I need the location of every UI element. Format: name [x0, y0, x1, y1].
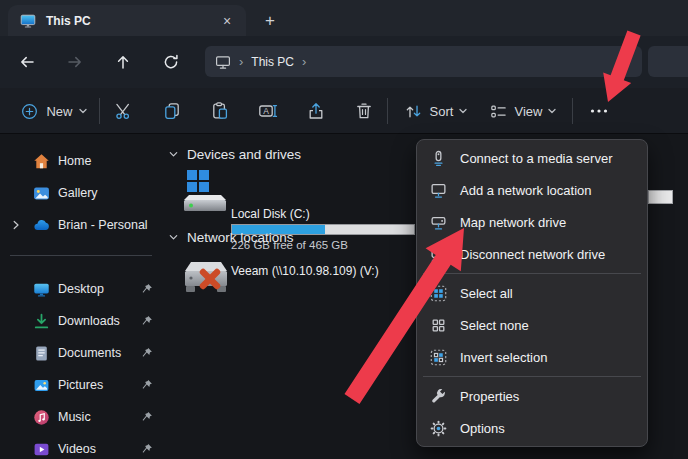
- forward-button[interactable]: [61, 48, 89, 76]
- documents-icon: [33, 345, 50, 362]
- trash-icon: [354, 101, 374, 121]
- tab-strip: This PC × +: [0, 0, 688, 36]
- partial-progress-bar: [648, 190, 673, 204]
- navigation-pane: Home Gallery Brian - Personal: [0, 134, 163, 459]
- new-tab-button[interactable]: +: [256, 7, 284, 35]
- chevron-down-icon: [78, 106, 88, 116]
- search-box[interactable]: [648, 46, 688, 77]
- desktop-icon: [33, 281, 50, 298]
- menu-item-select-none[interactable]: Select none: [417, 309, 647, 341]
- sidebar-item-pictures[interactable]: Pictures: [0, 369, 163, 401]
- disconnect-network-drive-icon: [430, 246, 447, 263]
- ellipsis-icon: [588, 101, 610, 121]
- media-server-icon: [430, 150, 447, 167]
- menu-item-label: Invert selection: [460, 350, 547, 365]
- svg-text:A: A: [263, 106, 269, 116]
- section-title: Network locations: [187, 230, 294, 245]
- refresh-icon: [162, 53, 180, 71]
- back-button[interactable]: [13, 48, 41, 76]
- onedrive-icon: [33, 217, 50, 234]
- menu-item-select-all[interactable]: Select all: [417, 277, 647, 309]
- command-toolbar: New: [0, 88, 688, 134]
- menu-separator: [423, 376, 641, 377]
- breadcrumb-chevron[interactable]: ›: [302, 54, 306, 69]
- menu-item-map-network-drive[interactable]: Map network drive: [417, 206, 647, 238]
- see-more-button[interactable]: [582, 94, 616, 128]
- menu-item-label: Connect to a media server: [460, 151, 612, 166]
- view-button[interactable]: View: [484, 94, 562, 128]
- sidebar-item-videos[interactable]: Videos: [0, 433, 163, 459]
- menu-separator: [423, 273, 641, 274]
- close-tab-icon[interactable]: ×: [216, 10, 238, 32]
- menu-item-add-network-location[interactable]: Add a network location: [417, 174, 647, 206]
- menu-item-label: Options: [460, 421, 505, 436]
- chevron-right-icon: [10, 219, 22, 231]
- menu-item-options[interactable]: Options: [417, 412, 647, 444]
- menu-item-label: Disconnect network drive: [460, 247, 605, 262]
- rename-icon: A: [258, 101, 278, 121]
- share-button[interactable]: [299, 94, 333, 128]
- cut-button[interactable]: [107, 94, 141, 128]
- pin-icon: [141, 411, 153, 423]
- rename-button[interactable]: A: [251, 94, 285, 128]
- tab-title: This PC: [46, 14, 216, 28]
- drive-name: Local Disk (C:): [231, 207, 310, 221]
- new-plus-icon: [20, 102, 39, 121]
- copy-icon: [162, 101, 182, 121]
- address-bar[interactable]: › This PC ›: [205, 46, 642, 77]
- sidebar-item-gallery[interactable]: Gallery: [0, 177, 163, 209]
- sidebar-item-onedrive-personal[interactable]: Brian - Personal: [0, 209, 163, 241]
- sidebar-item-label: Music: [58, 410, 91, 424]
- menu-item-connect-media-server[interactable]: Connect to a media server: [417, 142, 647, 174]
- sidebar-item-documents[interactable]: Documents: [0, 337, 163, 369]
- pin-icon: [141, 379, 153, 391]
- sidebar-item-music[interactable]: Music: [0, 401, 163, 433]
- menu-item-disconnect-network-drive[interactable]: Disconnect network drive: [417, 238, 647, 270]
- pin-icon: [141, 283, 153, 295]
- copy-button[interactable]: [155, 94, 189, 128]
- new-button[interactable]: New: [12, 94, 96, 128]
- network-drive-name: Veeam (\\10.10.98.109) (V:): [231, 264, 379, 278]
- paste-button[interactable]: [203, 94, 237, 128]
- network-drive-tile[interactable]: Veeam (\\10.10.98.109) (V:): [163, 252, 423, 304]
- sidebar-item-label: Downloads: [58, 314, 120, 328]
- breadcrumb-location[interactable]: This PC: [251, 55, 294, 69]
- cut-scissors-icon: [114, 101, 134, 121]
- local-disk-tile[interactable]: Local Disk (C:) 226 GB free of 465 GB: [163, 166, 423, 220]
- up-button[interactable]: [109, 48, 137, 76]
- map-network-drive-icon: [430, 214, 447, 231]
- section-devices-and-drives[interactable]: Devices and drives: [168, 147, 301, 162]
- sidebar-item-label: Brian - Personal: [58, 218, 148, 232]
- menu-item-properties[interactable]: Properties: [417, 380, 647, 412]
- select-all-icon: [430, 285, 447, 302]
- breadcrumb-monitor-icon: [215, 54, 231, 70]
- refresh-button[interactable]: [157, 48, 185, 76]
- share-icon: [306, 101, 326, 121]
- sidebar-item-label: Videos: [58, 442, 96, 456]
- sidebar-item-desktop[interactable]: Desktop: [0, 273, 163, 305]
- menu-item-invert-selection[interactable]: Invert selection: [417, 341, 647, 373]
- sidebar-item-label: Documents: [58, 346, 121, 360]
- pin-icon: [141, 315, 153, 327]
- sidebar-item-label: Pictures: [58, 378, 103, 392]
- section-network-locations[interactable]: Network locations: [168, 230, 294, 245]
- view-button-label: View: [515, 104, 543, 119]
- pin-icon: [141, 347, 153, 359]
- menu-item-label: Add a network location: [460, 183, 592, 198]
- sidebar-item-home[interactable]: Home: [0, 145, 163, 177]
- delete-button[interactable]: [347, 94, 381, 128]
- add-network-location-icon: [430, 182, 447, 199]
- view-icon: [489, 102, 508, 121]
- sort-button[interactable]: Sort: [398, 94, 474, 128]
- toolbar-separator: [99, 98, 100, 124]
- menu-item-label: Map network drive: [460, 215, 566, 230]
- disconnected-network-drive-icon: [181, 258, 231, 302]
- navigation-bar: › This PC ›: [0, 36, 688, 88]
- sidebar-item-downloads[interactable]: Downloads: [0, 305, 163, 337]
- forward-arrow-icon: [66, 53, 84, 71]
- tab-this-pc[interactable]: This PC ×: [8, 5, 246, 36]
- chevron-down-icon: [168, 232, 179, 243]
- section-title: Devices and drives: [187, 147, 301, 162]
- chevron-down-icon: [547, 106, 557, 116]
- toolbar-separator: [572, 98, 573, 124]
